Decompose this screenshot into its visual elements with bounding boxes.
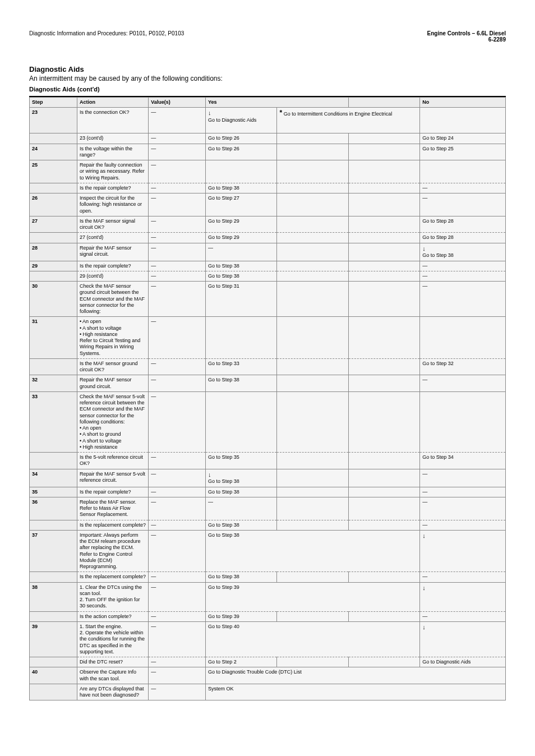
th-values: Value(s) [149,98,206,108]
cell-step: 36 [30,497,77,520]
running-title-right: Engine Controls – 6.6L Diesel [427,30,506,36]
cell-step: 30 [30,282,77,317]
cell-step: 38 [30,582,77,611]
cell-action: Check the MAF sensor ground circuit betw… [77,282,148,317]
cell-action: Is the repair complete? [77,487,148,497]
cell-yes2 [277,144,348,160]
cell-values-cont: — [149,233,206,243]
cell-values: — [149,193,206,216]
cell-action-cont: 23 (cont'd) [77,133,148,144]
cell-no1 [348,216,419,233]
table-row-cont: 23 (cont'd)—Go to Step 26Go to Step 24 [30,133,506,144]
cell-step-cont [30,453,77,469]
cell-no1 [348,243,419,261]
table-row: 35Is the repair complete?—Go to Step 38— [30,487,506,497]
cell-no2 [420,391,506,452]
dm-sub1: An intermittent may be caused by any of … [29,75,506,82]
cell-action: Repair the MAF sensor 5-volt reference c… [77,469,148,487]
table-row: 29Is the repair complete?—Go to Step 38— [30,261,506,271]
arrow-down-icon: ↓ [208,109,211,116]
cell-action: Are any DTCs displayed that have not bee… [77,684,148,700]
cell-values-cont: — [149,453,206,469]
cell-yes2-cont [277,520,348,530]
cell-step: 25 [30,160,77,183]
cell-yes2 [277,160,348,183]
cell-values: — [149,487,206,497]
cell-no2-cont: Go to Step 34 [420,453,506,469]
cell-yes: Go to Step 26 [206,144,277,160]
cell-action: Replace the MAF sensor. Refer to Mass Ai… [77,497,148,520]
cell-action-cont: 29 (cont'd) [77,271,148,281]
arrow-down-icon: ↓ [422,584,426,591]
table-row-cont: Is the action complete?—Go to Step 39— [30,611,506,621]
table-row: 28Repair the MAF sensor signal circuit.—… [30,243,506,261]
cell-no1-cont [348,358,419,375]
cell-action: Is the voltage within the range? [77,144,148,160]
cell-no1 [348,193,419,216]
cell-no2: — [420,487,506,497]
th-step: Step [30,98,77,108]
cell-values: — [149,160,206,183]
cell-values-cont: — [149,657,206,667]
cell-step: 37 [30,530,77,572]
cell-no1-cont [348,657,419,667]
cell-values: — [149,243,206,261]
table-row: 34Repair the MAF sensor 5-volt reference… [30,469,506,487]
cell-yes: Go to Step 38 [206,375,277,392]
arrow-down-icon: ↓ [208,471,211,478]
table-row: 27Is the MAF sensor signal circuit OK?—G… [30,216,506,233]
cell-no2: — [420,497,506,520]
table-row: 391. Start the engine. 2. Operate the ve… [30,621,506,657]
cell-yes [206,391,277,452]
cell-step: 23 [30,108,77,133]
table-row: 25Repair the faulty connection or wiring… [30,160,506,183]
table-row-cont: 29 (cont'd)—Go to Step 38— [30,271,506,281]
cell-step: 24 [30,144,77,160]
cell-action: 1. Clear the DTCs using the scan tool. 2… [77,582,148,611]
cell-no2-cont: Go to Diagnostic Aids [420,657,506,667]
cell-no: ↓ [420,621,506,657]
cell-step-cont [30,520,77,530]
cell-no2: — [420,375,506,392]
cell-step [30,684,77,700]
cell-values-cont: — [149,520,206,530]
table-row: 40Observe the Capture Info with the scan… [30,667,506,684]
cell-no: ↓ [420,582,506,611]
table-row: 32Repair the MAF sensor ground circuit.—… [30,375,506,392]
cont-label: Diagnostic Aids (cont'd) [29,86,506,93]
cell-yes2-cont [277,233,348,243]
cell-step-cont [30,611,77,621]
arrow-down-icon: ↓ [422,245,426,252]
table-header-row: Step Action Value(s) Yes No [30,98,506,108]
table-row: 36Replace the MAF sensor. Refer to Mass … [30,497,506,520]
cell-values: — [149,684,206,700]
cell-no1 [348,144,419,160]
cell-step: 39 [30,621,77,657]
cell-no1-cont [348,520,419,530]
cell-yes2-cont [277,657,348,667]
cell-yes2 [277,193,348,216]
cell-yes-cont: Go to Step 2 [206,657,277,667]
asterisk-icon: * [279,109,282,117]
cell-yes: — [206,497,277,520]
cell-no2: — [420,282,506,317]
cell-yes-wide: Go to Step 38 [206,530,420,572]
cell-yes [206,317,277,359]
cell-spare [420,108,506,133]
cell-values: — [149,261,206,271]
cell-step: 34 [30,469,77,487]
cell-step: 40 [30,667,77,684]
cell-action-cont: 27 (cont'd) [77,233,148,243]
cell-no2: Go to Step 28 [420,216,506,233]
cell-action-cont: Is the repair complete? [77,183,148,193]
cell-values-cont: — [149,271,206,281]
cell-no2 [420,160,506,183]
table-row: 23Is the connection OK?—↓Go to Diagnosti… [30,108,506,133]
cell-values: — [149,216,206,233]
cell-values: — [149,667,206,684]
cell-action: Check the MAF sensor 5-volt reference ci… [77,391,148,452]
arrow-down-icon: ↓ [422,532,426,539]
cell-no1 [348,282,419,317]
cell-values: — [149,582,206,611]
table-row: 30Check the MAF sensor ground circuit be… [30,282,506,317]
